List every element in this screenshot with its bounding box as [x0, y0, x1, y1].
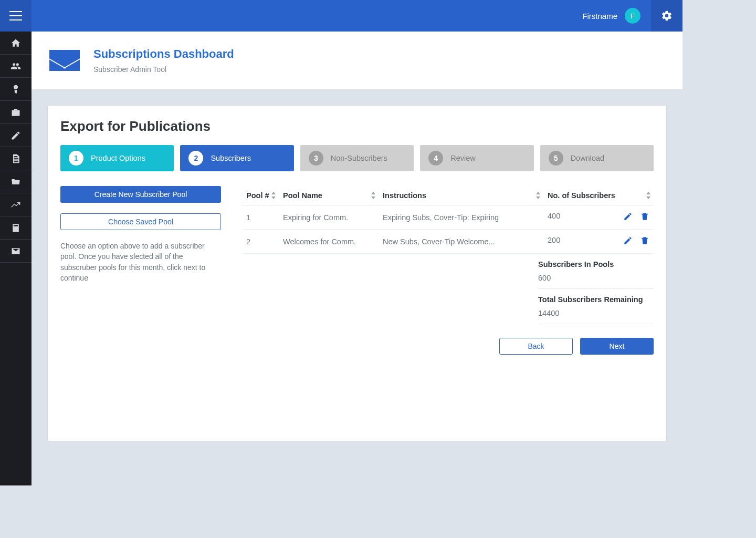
main-area: Subscriptions Dashboard Subscriber Admin… [32, 32, 682, 485]
stepper: 1 Product Options 2 Subscribers 3 Non-Su… [60, 145, 654, 171]
step-1[interactable]: 1 Product Options [60, 145, 174, 171]
envelope-icon [49, 50, 80, 71]
cell-subs-actions: 200 [543, 230, 654, 254]
cell-instructions: Expiring Subs, Cover-Tip: Expiring [379, 205, 543, 230]
pencil-icon [10, 130, 21, 141]
left-controls: Create New Subscriber Pool Choose Saved … [60, 186, 221, 283]
step-3[interactable]: 3 Non-Subscribers [300, 145, 414, 171]
rail-mail[interactable] [0, 240, 32, 263]
top-bar: Firstname F [0, 0, 682, 32]
folder-icon [10, 177, 21, 187]
step-2[interactable]: 2 Subscribers [180, 145, 293, 171]
summary-remaining-label: Total Subscribers Remaining [538, 295, 654, 304]
users-icon [10, 61, 21, 71]
home-icon [10, 38, 21, 48]
menu-toggle[interactable] [0, 0, 32, 32]
avatar: F [625, 8, 640, 24]
edit-icon[interactable] [623, 236, 633, 245]
cell-pool-name: Expiring for Comm. [279, 205, 379, 230]
content-card: Export for Publications 1 Product Option… [47, 105, 667, 441]
username-label: Firstname [582, 12, 617, 20]
summary-in-pools-value: 600 [538, 274, 654, 282]
section-title: Export for Publications [60, 118, 654, 134]
create-pool-button[interactable]: Create New Subscriber Pool [60, 186, 221, 203]
rail-calc[interactable] [0, 216, 32, 240]
choose-pool-button[interactable]: Choose Saved Pool [60, 213, 221, 230]
next-button[interactable]: Next [580, 338, 654, 355]
rail-awards[interactable] [0, 78, 32, 101]
sort-icon [371, 192, 375, 199]
hamburger-icon [9, 11, 22, 20]
award-icon [10, 84, 21, 95]
user-menu[interactable]: Firstname F [582, 8, 645, 24]
step-4[interactable]: 4 Review [420, 145, 533, 171]
help-text: Choose an option above to add a subscrib… [60, 241, 221, 283]
rail-briefcase[interactable] [0, 101, 32, 124]
rail-home[interactable] [0, 32, 32, 55]
page-title: Subscriptions Dashboard [93, 47, 234, 61]
rail-users[interactable] [0, 55, 32, 78]
th-pool-no[interactable]: Pool # [242, 186, 279, 205]
summary-remaining-value: 14400 [538, 309, 654, 317]
side-rail [0, 32, 32, 485]
th-subscribers[interactable]: No. of Subscribers [543, 186, 654, 205]
summary-box: Subscribers In Pools 600 Total Subscribe… [538, 254, 654, 324]
rail-edit[interactable] [0, 124, 32, 147]
rail-trends[interactable] [0, 193, 32, 216]
rail-folder[interactable] [0, 170, 32, 193]
page-header: Subscriptions Dashboard Subscriber Admin… [32, 32, 682, 89]
cell-pool-no: 1 [242, 205, 279, 230]
settings-button[interactable] [651, 0, 682, 32]
summary-in-pools-label: Subscribers In Pools [538, 260, 654, 268]
cell-subs: 400 [548, 212, 560, 220]
step-5[interactable]: 5 Download [540, 145, 654, 171]
edit-icon[interactable] [623, 212, 633, 221]
delete-icon[interactable] [640, 212, 649, 221]
trend-icon [10, 200, 21, 210]
wizard-nav: Back Next [242, 338, 654, 355]
page-subtitle: Subscriber Admin Tool [93, 65, 234, 74]
pool-table-pane: Pool # Pool Name Instructions No. of Sub… [242, 186, 654, 355]
calculator-icon [10, 223, 21, 233]
cell-pool-name: Welcomes for Comm. [279, 230, 379, 254]
cell-subs: 200 [548, 236, 560, 244]
th-instructions[interactable]: Instructions [379, 186, 543, 205]
th-pool-name[interactable]: Pool Name [279, 186, 379, 205]
sort-icon [646, 192, 650, 199]
table-row: 2 Welcomes for Comm. New Subs, Cover-Tip… [242, 230, 654, 254]
pool-table: Pool # Pool Name Instructions No. of Sub… [242, 186, 654, 254]
sort-icon [271, 192, 276, 199]
gear-icon [661, 10, 673, 22]
delete-icon[interactable] [640, 236, 649, 245]
briefcase-icon [10, 107, 21, 118]
cell-subs-actions: 400 [543, 205, 654, 230]
mail-icon [10, 246, 21, 256]
sort-icon [536, 192, 540, 199]
document-icon [10, 153, 21, 164]
cell-pool-no: 2 [242, 230, 279, 254]
rail-docs[interactable] [0, 147, 32, 170]
back-button[interactable]: Back [499, 338, 573, 355]
cell-instructions: New Subs, Cover-Tip Welcome... [379, 230, 543, 254]
table-row: 1 Expiring for Comm. Expiring Subs, Cove… [242, 205, 654, 230]
